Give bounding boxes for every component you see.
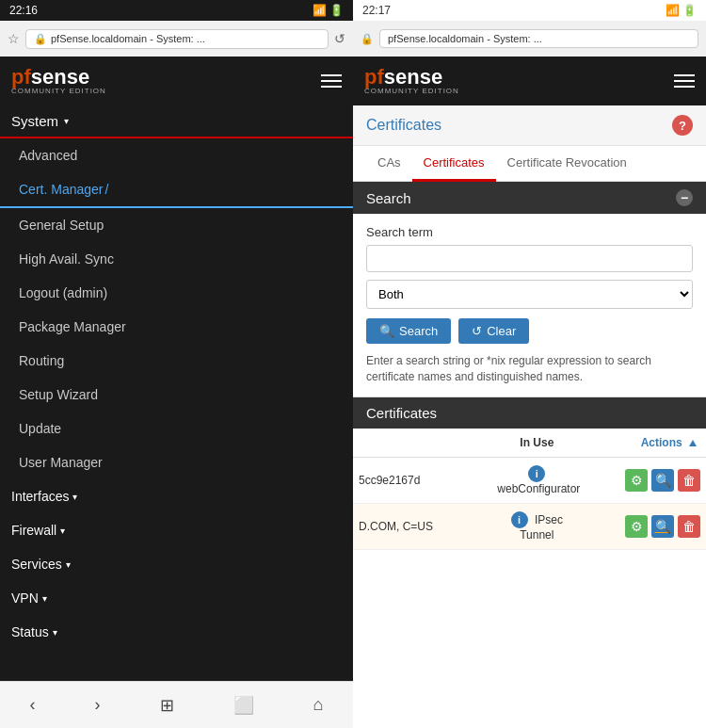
nav-section-firewall[interactable]: Firewall ▾ bbox=[0, 513, 353, 547]
hamburger-line-r bbox=[674, 86, 695, 88]
search-section: Search − Search term Both Name Distingui… bbox=[353, 182, 706, 397]
tab-cas[interactable]: CAs bbox=[366, 146, 412, 182]
col-actions[interactable]: Actions bbox=[586, 429, 706, 458]
services-arrow: ▾ bbox=[66, 559, 71, 570]
vpn-label: VPN bbox=[11, 590, 39, 606]
nav-item-update[interactable]: Update bbox=[0, 412, 353, 445]
sort-arrow-icon bbox=[689, 440, 697, 446]
bottom-back-btn[interactable]: ‹ bbox=[23, 688, 43, 722]
nav-item-user-manager[interactable]: User Manager bbox=[0, 445, 353, 479]
bottom-home-btn[interactable]: ⌂ bbox=[306, 688, 331, 722]
cert-id-1: 5cc9e2167d bbox=[353, 457, 488, 503]
logo-sense-right: sense bbox=[384, 65, 442, 89]
nav-item-routing[interactable]: Routing bbox=[0, 344, 353, 378]
search-scope-select[interactable]: Both Name Distinguished Name bbox=[366, 280, 693, 309]
nav-item-setup-wizard[interactable]: Setup Wizard bbox=[0, 378, 353, 412]
firewall-arrow: ▾ bbox=[60, 526, 65, 536]
cert-actions-2: ⚙ 🔍 🗑 bbox=[586, 503, 706, 549]
nav-section-interfaces[interactable]: Interfaces ▾ bbox=[0, 479, 353, 513]
cert-in-use-2: i IPsec Tunnel bbox=[488, 503, 586, 549]
search-collapse-btn[interactable]: − bbox=[676, 189, 693, 206]
right-panel: 22:17 📶 🔋 🔒 pfSense.localdomain - System… bbox=[353, 0, 706, 728]
search-button[interactable]: 🔍 Search bbox=[366, 318, 451, 344]
url-text-left: pfSense.localdomain - System: ... bbox=[51, 33, 205, 44]
browser-refresh-left[interactable]: ↺ bbox=[334, 31, 345, 46]
url-text-right: pfSense.localdomain - System: ... bbox=[388, 33, 542, 44]
services-label: Services bbox=[11, 557, 62, 572]
hamburger-menu-btn-left[interactable] bbox=[321, 74, 342, 88]
action-icons-2: ⚙ 🔍 🗑 bbox=[591, 515, 700, 538]
nav-item-package-manager[interactable]: Package Manager bbox=[0, 310, 353, 344]
nav-item-logout[interactable]: Logout (admin) bbox=[0, 276, 353, 310]
bottom-forward-btn[interactable]: › bbox=[88, 688, 108, 722]
logo-text-left: pfsense bbox=[11, 67, 106, 88]
system-menu-bar[interactable]: System ▾ bbox=[0, 105, 353, 138]
gear-icon-2[interactable]: ⚙ bbox=[625, 515, 648, 538]
interfaces-arrow: ▾ bbox=[72, 492, 77, 502]
col-in-use[interactable]: In Use bbox=[488, 429, 586, 458]
hamburger-line bbox=[321, 74, 342, 76]
interfaces-label: Interfaces bbox=[11, 489, 69, 504]
browser-url-bar-right[interactable]: pfSense.localdomain - System: ... bbox=[379, 29, 698, 48]
clear-button[interactable]: ↺ Clear bbox=[458, 318, 529, 344]
page-title-bar: Certificates ? bbox=[353, 105, 706, 146]
certs-table: In Use Actions 5cc9e2167d i webConfigura… bbox=[353, 429, 706, 550]
browser-back-btn[interactable]: ☆ bbox=[8, 31, 20, 46]
search-icon-2[interactable]: 🔍 bbox=[651, 515, 674, 538]
search-header-label: Search bbox=[366, 190, 411, 206]
info-icon-1[interactable]: i bbox=[528, 465, 545, 482]
help-icon[interactable]: ? bbox=[672, 115, 693, 136]
nav-section-services[interactable]: Services ▾ bbox=[0, 547, 353, 581]
certs-section: Certificates In Use Actions 5cc9e2167d bbox=[353, 397, 706, 728]
firewall-label: Firewall bbox=[11, 523, 56, 538]
time-left: 22:16 bbox=[9, 4, 38, 17]
nav-menu: Advanced Cert. Manager General Setup Hig… bbox=[0, 138, 353, 681]
nav-section-vpn[interactable]: VPN ▾ bbox=[0, 581, 353, 615]
info-icon-2[interactable]: i bbox=[511, 511, 528, 528]
bottom-nav-left: ‹ › ⊞ ⬜ ⌂ bbox=[0, 681, 353, 728]
status-label: Status bbox=[11, 624, 49, 639]
gear-icon-1[interactable]: ⚙ bbox=[625, 469, 648, 492]
logo-text-right: pfsense bbox=[364, 67, 459, 88]
hamburger-line bbox=[321, 86, 342, 88]
logo-community-left: COMMUNITY EDITION bbox=[11, 88, 106, 95]
nav-section-status[interactable]: Status ▾ bbox=[0, 615, 353, 649]
status-bar-left: 22:16 📶 🔋 bbox=[0, 0, 353, 21]
search-buttons: 🔍 Search ↺ Clear bbox=[366, 318, 693, 344]
tabs-bar: CAs Certificates Certificate Revocation bbox=[353, 146, 706, 182]
pfsense-header-left: pfsense COMMUNITY EDITION bbox=[0, 57, 353, 105]
col-name bbox=[353, 429, 488, 458]
trash-icon-2[interactable]: 🗑 bbox=[678, 515, 700, 538]
nav-item-cert-manager[interactable]: Cert. Manager bbox=[0, 172, 353, 208]
logo-community-right: COMMUNITY EDITION bbox=[364, 88, 459, 95]
search-term-label: Search term bbox=[366, 225, 693, 239]
nav-item-high-avail[interactable]: High Avail. Sync bbox=[0, 242, 353, 276]
status-icons-right: 📶 🔋 bbox=[666, 4, 697, 17]
pfsense-header-right: pfsense COMMUNITY EDITION bbox=[353, 57, 706, 105]
hamburger-line bbox=[321, 80, 342, 82]
tab-cert-revocation[interactable]: Certificate Revocation bbox=[496, 146, 638, 182]
status-icons-left: 📶 🔋 bbox=[313, 4, 344, 17]
system-menu-arrow: ▾ bbox=[64, 116, 69, 126]
nav-item-general-setup[interactable]: General Setup bbox=[0, 208, 353, 242]
search-input[interactable] bbox=[366, 245, 693, 272]
clear-btn-label: Clear bbox=[487, 324, 516, 338]
trash-icon-1[interactable]: 🗑 bbox=[678, 469, 700, 492]
left-panel: 22:16 📶 🔋 ☆ 🔒 pfSense.localdomain - Syst… bbox=[0, 0, 353, 728]
cert-partial-id-1: 5cc9e2167d bbox=[359, 474, 420, 487]
browser-bar-left: ☆ 🔒 pfSense.localdomain - System: ... ↺ bbox=[0, 21, 353, 57]
hamburger-menu-btn-right[interactable] bbox=[674, 74, 695, 88]
nav-item-advanced[interactable]: Advanced bbox=[0, 138, 353, 172]
search-icon-1[interactable]: 🔍 bbox=[651, 469, 674, 492]
bottom-grid-btn[interactable]: ⊞ bbox=[152, 688, 182, 723]
search-btn-icon: 🔍 bbox=[379, 324, 394, 338]
bottom-tab-btn[interactable]: ⬜ bbox=[226, 688, 262, 723]
clear-btn-icon: ↺ bbox=[472, 324, 482, 338]
browser-url-bar-left[interactable]: 🔒 pfSense.localdomain - System: ... bbox=[25, 29, 329, 49]
time-right: 22:17 bbox=[362, 4, 391, 17]
logo-pf-right: pf bbox=[364, 65, 384, 89]
tab-certificates[interactable]: Certificates bbox=[412, 146, 496, 182]
logo-sense: sense bbox=[31, 65, 89, 89]
page-title: Certificates bbox=[366, 117, 441, 134]
vpn-arrow: ▾ bbox=[42, 593, 47, 604]
